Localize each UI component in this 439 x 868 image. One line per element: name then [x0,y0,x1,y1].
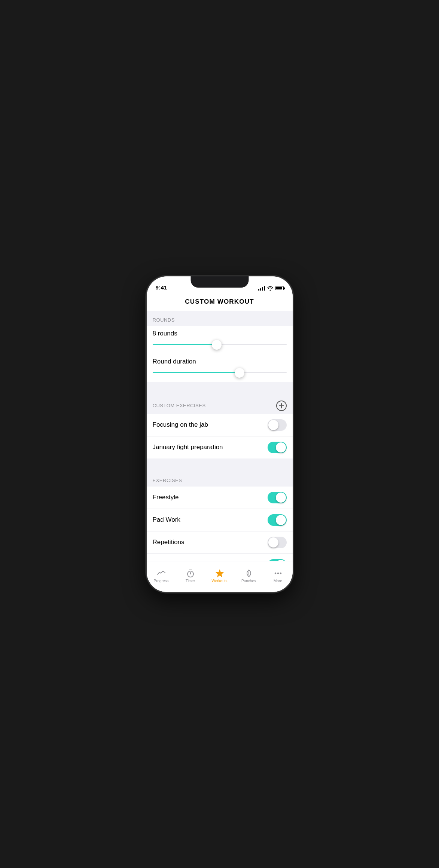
rounds-slider-row: 8 rounds [147,326,293,354]
tab-timer-label: Timer [186,579,195,583]
rounds-header-text: ROUNDS [153,317,175,323]
custom-exercise-label-0: Focusing on the jab [153,421,208,429]
custom-exercise-label-1: January fight preparation [153,444,223,451]
exercise-row-3: Punching Bag [147,554,293,561]
exercise-row-1: Pad Work [147,509,293,531]
custom-exercises-card: Focusing on the jab January fight prepar… [147,414,293,458]
exercise-toggle-3[interactable] [268,559,287,561]
duration-label: Round duration [153,358,287,365]
page-title: CUSTOM WORKOUT [185,298,254,305]
phone-screen: 9:41 [147,276,293,592]
rounds-section-header: ROUNDS [147,311,293,326]
punches-icon [244,569,253,578]
duration-slider-row: Round duration [147,354,293,382]
tab-progress[interactable]: Progress [147,561,176,585]
svg-point-9 [280,573,281,574]
exercises-section-header: EXERCISES [147,472,293,487]
duration-slider[interactable] [153,369,287,377]
tab-workouts[interactable]: Workouts [205,561,234,585]
exercise-toggle-2[interactable] [268,537,287,548]
tab-more[interactable]: More [263,561,293,585]
add-exercise-button[interactable] [276,401,287,411]
battery-icon [275,286,284,290]
exercise-label-0: Freestyle [153,494,179,501]
svg-point-7 [275,573,276,574]
rounds-slider[interactable] [153,341,287,349]
tab-punches-label: Punches [241,579,256,583]
section-gap-1 [147,382,293,395]
tab-workouts-label: Workouts [211,579,227,583]
timer-icon [186,569,195,578]
exercise-toggle-1[interactable] [268,514,287,526]
progress-icon [157,569,166,578]
exercise-label-2: Repetitions [153,539,185,546]
exercise-label-1: Pad Work [153,516,180,524]
rounds-label: 8 rounds [153,330,287,337]
tab-more-label: More [274,579,282,583]
custom-exercises-header-text: CUSTOM EXERCISES [153,403,206,408]
exercise-row-0: Freestyle [147,487,293,509]
exercise-row-2: Repetitions [147,531,293,554]
custom-exercise-toggle-0[interactable] [268,419,287,431]
tab-progress-label: Progress [153,579,168,583]
more-icon [274,569,283,578]
tab-bar: Progress Timer [147,561,293,592]
exercise-toggle-0[interactable] [268,492,287,503]
section-gap-2 [147,458,293,472]
status-icons [258,286,284,291]
custom-exercise-toggle-1[interactable] [268,442,287,453]
workouts-icon [215,569,224,578]
status-time: 9:41 [156,284,167,291]
scroll-content[interactable]: CUSTOM WORKOUT ROUNDS 8 rounds [147,293,293,561]
wifi-icon [267,286,273,291]
page-title-bar: CUSTOM WORKOUT [147,293,293,311]
svg-point-8 [277,573,279,574]
exercises-header-text: EXERCISES [153,478,182,483]
plus-icon [279,403,284,408]
svg-marker-5 [216,569,224,577]
phone-frame: 9:41 [147,276,293,592]
tab-punches[interactable]: Punches [234,561,263,585]
custom-exercise-row-0: Focusing on the jab [147,414,293,436]
custom-exercises-section-header: CUSTOM EXERCISES [147,395,293,414]
notch [190,276,249,288]
signal-icon [258,286,265,291]
custom-exercise-row-1: January fight preparation [147,436,293,458]
rounds-card: 8 rounds Round duration [147,326,293,382]
tab-timer[interactable]: Timer [176,561,205,585]
exercises-card: Freestyle Pad Work Repetitions Punching … [147,487,293,561]
